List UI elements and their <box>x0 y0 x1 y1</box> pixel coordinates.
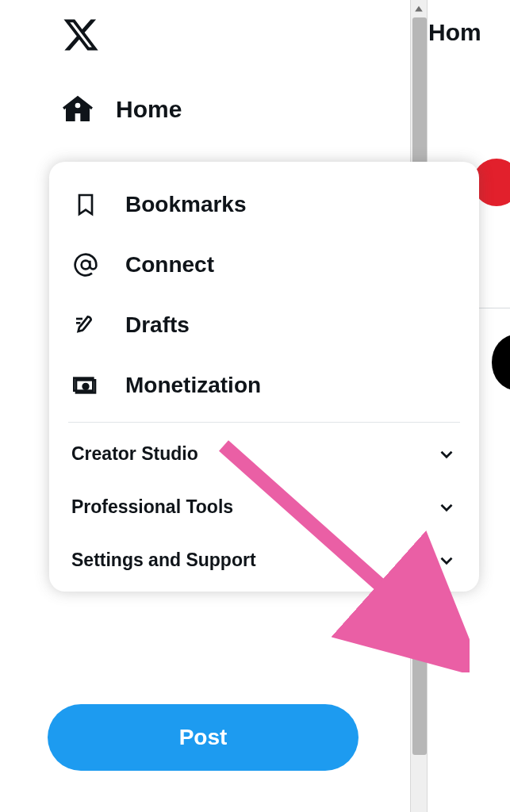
x-logo-icon[interactable] <box>62 43 100 56</box>
menu-creator-studio[interactable]: Creator Studio <box>49 427 479 481</box>
chevron-down-icon <box>436 497 457 518</box>
menu-bookmarks-label: Bookmarks <box>125 192 247 217</box>
monetization-icon <box>71 371 100 400</box>
menu-drafts-label: Drafts <box>125 312 190 338</box>
menu-bookmarks[interactable]: Bookmarks <box>49 174 479 235</box>
svg-point-0 <box>82 261 90 270</box>
nav-home-label: Home <box>116 96 182 123</box>
menu-professional-tools[interactable]: Professional Tools <box>49 481 479 534</box>
home-icon <box>62 94 94 125</box>
post-button[interactable]: Post <box>48 704 359 771</box>
more-menu-popover: Bookmarks Connect Drafts Monetization Cr… <box>49 162 479 592</box>
nav-home[interactable]: Home <box>62 82 412 136</box>
menu-connect-label: Connect <box>125 252 214 278</box>
chevron-down-icon <box>436 550 457 571</box>
right-header: Hom <box>428 0 510 46</box>
menu-creator-studio-label: Creator Studio <box>71 443 198 465</box>
menu-divider <box>68 422 460 423</box>
post-button-label: Post <box>179 725 228 749</box>
drafts-icon <box>71 311 100 339</box>
menu-monetization-label: Monetization <box>125 373 261 398</box>
avatar-peek <box>492 335 510 390</box>
chevron-down-icon <box>436 444 457 465</box>
menu-connect[interactable]: Connect <box>49 235 479 295</box>
menu-drafts[interactable]: Drafts <box>49 295 479 355</box>
menu-professional-tools-label: Professional Tools <box>71 496 233 518</box>
right-header-label: Hom <box>428 19 481 45</box>
logo-row <box>62 0 412 82</box>
bookmark-icon <box>71 190 100 219</box>
svg-point-2 <box>83 384 89 389</box>
at-icon <box>71 251 100 279</box>
scroll-up-icon[interactable] <box>411 0 427 17</box>
menu-monetization[interactable]: Monetization <box>49 355 479 416</box>
menu-settings-support[interactable]: Settings and Support <box>49 534 479 587</box>
menu-settings-support-label: Settings and Support <box>71 550 256 571</box>
